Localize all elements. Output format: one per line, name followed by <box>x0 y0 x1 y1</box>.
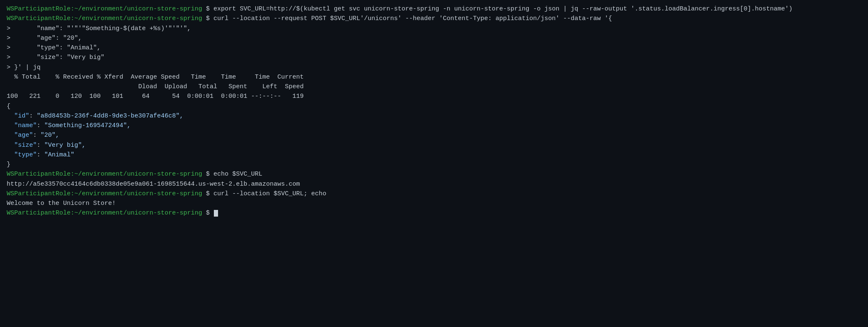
prompt-text: WSParticipantRole:~/environment/unicorn-… <box>7 171 202 178</box>
json-key: "type" <box>7 151 37 158</box>
terminal-line-1: WSParticipantRole:~/environment/unicorn-… <box>7 14 861 23</box>
command-text: $ curl --location --request POST $SVC_UR… <box>202 15 612 22</box>
curl-progress-line: 100 221 0 120 100 101 64 54 0:00:01 0:00… <box>7 92 861 101</box>
json-key: "size" <box>7 142 37 149</box>
command-text: $ export SVC_URL=http://$(kubectl get sv… <box>202 5 792 13</box>
terminal-line-14: "size": "Very big", <box>7 141 861 150</box>
json-value: "a8d8453b-236f-4dd8-9de3-be307afe46c8", <box>37 112 183 120</box>
json-colon: : <box>37 151 44 158</box>
terminal-line-16: } <box>7 160 861 169</box>
json-value: "Very big", <box>44 142 86 149</box>
curl-progress-line: % Total % Received % Xferd Average Speed… <box>7 72 861 82</box>
json-colon: : <box>37 142 44 149</box>
command-text: $ curl --location $SVC_URL; echo <box>202 190 326 197</box>
terminal-line-13: "age": "20", <box>7 130 861 140</box>
terminal-line-12: "name": "Something-1695472494", <box>7 121 861 130</box>
command-text: $ echo $SVC_URL <box>202 171 262 178</box>
prompt-text: WSParticipantRole:~/environment/unicorn-… <box>7 15 202 22</box>
terminal-line-18: http://a5e33570cc4164c6db0338de05e9a061-… <box>7 179 861 189</box>
terminal-line-0: WSParticipantRole:~/environment/unicorn-… <box>7 4 861 14</box>
terminal-line-15: "type": "Animal" <box>7 150 861 160</box>
terminal-line-2: > "name": "'"'"Something-$(date +%s)'"'"… <box>7 24 861 33</box>
terminal-line-17: WSParticipantRole:~/environment/unicorn-… <box>7 169 861 179</box>
json-value: "Something-1695472494", <box>44 122 131 129</box>
terminal-line-21: WSParticipantRole:~/environment/unicorn-… <box>7 208 861 218</box>
json-key: "age" <box>7 132 33 139</box>
json-value: "20", <box>41 132 59 139</box>
prompt-text: WSParticipantRole:~/environment/unicorn-… <box>7 190 202 197</box>
prompt-text: WSParticipantRole:~/environment/unicorn-… <box>7 209 202 217</box>
prompt-text: WSParticipantRole:~/environment/unicorn-… <box>7 5 202 13</box>
terminal-line-6: > }' | jq <box>7 63 861 72</box>
terminal-cursor <box>214 210 218 217</box>
json-colon: : <box>33 132 41 139</box>
terminal-line-4: > "type": "Animal", <box>7 43 861 53</box>
terminal-line-3: > "age": "20", <box>7 33 861 43</box>
json-value: "Animal" <box>44 151 74 158</box>
json-colon: : <box>37 122 44 129</box>
terminal-line-11: "id": "a8d8453b-236f-4dd8-9de3-be307afe4… <box>7 111 861 121</box>
terminal: WSParticipantRole:~/environment/unicorn-… <box>7 4 861 218</box>
terminal-line-5: > "size": "Very big" <box>7 53 861 62</box>
json-colon: : <box>29 112 37 120</box>
curl-progress-line: Dload Upload Total Spent Left Speed <box>7 82 861 92</box>
terminal-line-20: Welcome to the Unicorn Store! <box>7 199 861 208</box>
terminal-line-10: { <box>7 102 861 111</box>
command-text: $ <box>202 209 213 217</box>
json-key: "id" <box>7 112 29 120</box>
terminal-line-19: WSParticipantRole:~/environment/unicorn-… <box>7 189 861 199</box>
json-key: "name" <box>7 122 37 129</box>
